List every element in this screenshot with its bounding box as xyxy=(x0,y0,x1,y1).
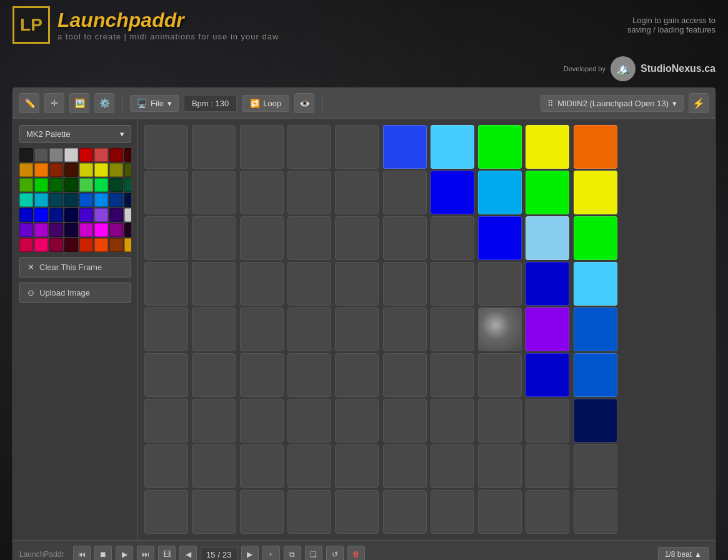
color-cell[interactable] xyxy=(79,148,93,162)
pad-cell[interactable] xyxy=(240,490,284,534)
image-tool-button[interactable]: 🖼️ xyxy=(69,93,89,113)
pad-cell[interactable] xyxy=(287,399,331,442)
color-cell[interactable] xyxy=(94,163,108,177)
color-cell[interactable] xyxy=(94,148,108,162)
pad-cell[interactable] xyxy=(287,262,331,306)
pad-cell[interactable] xyxy=(192,125,236,169)
color-cell[interactable] xyxy=(64,178,78,192)
pad-cell[interactable] xyxy=(431,308,474,351)
color-cell[interactable] xyxy=(34,193,48,207)
bpm-display[interactable]: Bpm : 130 xyxy=(184,95,237,112)
pad-cell[interactable] xyxy=(240,353,284,397)
pad-cell[interactable] xyxy=(383,262,427,306)
pad-cell[interactable] xyxy=(335,125,379,169)
palette-dropdown[interactable]: MK2 Palette ▾ xyxy=(19,125,131,143)
color-cell[interactable] xyxy=(49,238,63,252)
beat-display[interactable]: 1/8 beat ▲ xyxy=(658,547,709,560)
pad-cell[interactable] xyxy=(383,125,427,169)
pad-cell[interactable] xyxy=(144,490,188,534)
color-cell[interactable] xyxy=(79,223,93,237)
color-cell[interactable] xyxy=(124,193,131,207)
color-cell[interactable] xyxy=(49,223,63,237)
pad-cell[interactable] xyxy=(335,399,379,442)
stop-button[interactable]: ⏹ xyxy=(94,546,112,560)
pad-cell[interactable] xyxy=(192,444,236,488)
settings-tool-button[interactable]: ⚙️ xyxy=(94,93,114,113)
pad-cell[interactable] xyxy=(526,399,569,442)
pad-cell[interactable] xyxy=(144,399,188,442)
loop-button[interactable]: 🔁 Loop xyxy=(242,95,289,112)
pad-cell[interactable] xyxy=(192,490,236,534)
film-button[interactable]: 🎞 xyxy=(158,546,176,560)
pad-cell[interactable] xyxy=(287,308,331,351)
play-button[interactable]: ▶ xyxy=(116,546,133,560)
color-cell[interactable] xyxy=(19,208,33,222)
color-cell[interactable] xyxy=(64,223,78,237)
color-cell[interactable] xyxy=(109,178,123,192)
pad-cell[interactable] xyxy=(335,216,379,260)
pad-cell[interactable] xyxy=(526,171,569,214)
pad-cell[interactable] xyxy=(431,353,474,397)
pad-cell[interactable] xyxy=(287,216,331,260)
color-cell[interactable] xyxy=(19,163,33,177)
pad-cell[interactable] xyxy=(335,262,379,306)
color-cell[interactable] xyxy=(34,223,48,237)
pad-cell[interactable] xyxy=(240,444,284,488)
upload-image-button[interactable]: ⊙ Upload Image xyxy=(19,282,131,303)
color-cell[interactable] xyxy=(79,193,93,207)
pad-cell[interactable] xyxy=(335,353,379,397)
color-cell[interactable] xyxy=(124,148,131,162)
pad-cell[interactable] xyxy=(478,216,522,260)
file-dropdown[interactable]: 🖥️ File ▾ xyxy=(130,95,179,112)
color-cell[interactable] xyxy=(34,238,48,252)
pad-cell[interactable] xyxy=(192,171,236,214)
pad-cell[interactable] xyxy=(478,308,522,351)
pad-cell[interactable] xyxy=(240,399,284,442)
color-cell[interactable] xyxy=(19,238,33,252)
pad-cell[interactable] xyxy=(383,308,427,351)
pad-cell[interactable] xyxy=(574,399,617,442)
pad-cell[interactable] xyxy=(240,262,284,306)
pad-cell[interactable] xyxy=(478,399,522,442)
clear-frame-button[interactable]: ✕ Clear This Frame xyxy=(19,257,131,278)
flash-button[interactable]: ⚡ xyxy=(689,93,709,113)
color-cell[interactable] xyxy=(109,238,123,252)
color-cell[interactable] xyxy=(49,148,63,162)
pad-cell[interactable] xyxy=(431,262,474,306)
color-cell[interactable] xyxy=(79,208,93,222)
color-cell[interactable] xyxy=(124,178,131,192)
pad-cell[interactable] xyxy=(526,444,569,488)
pad-cell[interactable] xyxy=(192,399,236,442)
color-cell[interactable] xyxy=(94,193,108,207)
duplicate-frame-button[interactable]: ❏ xyxy=(305,546,322,560)
skip-back-button[interactable]: ⏮ xyxy=(73,546,91,560)
pad-cell[interactable] xyxy=(478,490,522,534)
pad-cell[interactable] xyxy=(240,125,284,169)
pad-cell[interactable] xyxy=(335,444,379,488)
pad-cell[interactable] xyxy=(574,308,617,351)
pad-cell[interactable] xyxy=(383,444,427,488)
pad-cell[interactable] xyxy=(574,125,617,169)
pad-cell[interactable] xyxy=(240,308,284,351)
pad-cell[interactable] xyxy=(287,125,331,169)
color-cell[interactable] xyxy=(109,163,123,177)
export-frame-button[interactable]: ↺ xyxy=(326,546,344,560)
pad-cell[interactable] xyxy=(478,353,522,397)
copy-frame-button[interactable]: ⧉ xyxy=(284,546,301,560)
pad-cell[interactable] xyxy=(431,216,474,260)
pad-cell[interactable] xyxy=(287,171,331,214)
pad-cell[interactable] xyxy=(431,171,474,214)
color-cell[interactable] xyxy=(49,178,63,192)
color-cell[interactable] xyxy=(109,208,123,222)
color-cell[interactable] xyxy=(124,208,131,222)
pad-cell[interactable] xyxy=(526,262,569,306)
color-cell[interactable] xyxy=(19,148,33,162)
color-cell[interactable] xyxy=(19,223,33,237)
color-cell[interactable] xyxy=(94,208,108,222)
color-cell[interactable] xyxy=(34,163,48,177)
pad-cell[interactable] xyxy=(383,399,427,442)
color-cell[interactable] xyxy=(34,208,48,222)
color-cell[interactable] xyxy=(124,223,131,237)
color-cell[interactable] xyxy=(19,193,33,207)
pad-cell[interactable] xyxy=(431,125,474,169)
